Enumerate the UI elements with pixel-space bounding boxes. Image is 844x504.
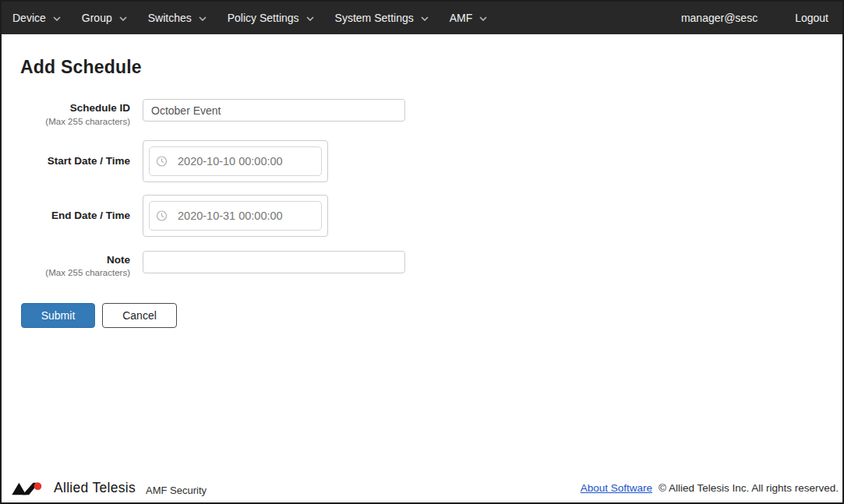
nav-item-label: Switches [148,12,192,24]
note-row: Note (Max 255 characters) [20,251,824,278]
chevron-down-icon [421,16,429,21]
chevron-down-icon [199,16,207,21]
nav-item-label: Device [12,12,46,24]
footer: Allied Telesis AMF Security About Softwa… [2,480,842,502]
product-name: AMF Security [146,485,207,496]
end-datetime-label-group: End Date / Time [20,209,130,223]
start-datetime-box [143,140,328,182]
nav-item-label: AMF [450,12,473,24]
start-datetime-row: Start Date / Time [20,140,824,182]
logged-in-user[interactable]: manager@sesc [681,12,757,24]
end-datetime-input[interactable] [149,201,322,231]
chevron-down-icon [479,16,487,21]
brand-name: Allied Telesis [54,480,136,496]
end-datetime-box [143,195,328,237]
note-hint: (Max 255 characters) [20,268,130,277]
about-software-link[interactable]: About Software [581,482,652,494]
footer-legal-group: About Software © Allied Telesis Inc. All… [581,482,839,494]
schedule-id-label-group: Schedule ID (Max 255 characters) [20,99,130,126]
end-datetime-row: End Date / Time [20,195,824,237]
note-label: Note [20,253,130,267]
cancel-button[interactable]: Cancel [102,303,177,328]
nav-item-label: System Settings [335,12,414,24]
schedule-id-input[interactable] [143,99,405,122]
end-datetime-label: End Date / Time [20,209,130,223]
nav-item-amf[interactable]: AMF [450,12,488,24]
start-datetime-label-group: Start Date / Time [20,154,130,168]
copyright-text: © Allied Telesis Inc. All rights reserve… [659,482,839,494]
start-datetime-label: Start Date / Time [20,154,130,168]
chevron-down-icon [53,16,61,21]
chevron-down-icon [306,16,314,21]
nav-item-switches[interactable]: Switches [148,12,207,24]
top-navbar: Device Group Switches Policy Settings Sy… [2,2,842,34]
allied-telesis-logo-icon [11,481,48,496]
page-title: Add Schedule [20,57,824,78]
schedule-id-hint: (Max 255 characters) [20,117,130,126]
nav-item-group[interactable]: Group [82,12,127,24]
submit-button[interactable]: Submit [21,303,95,328]
nav-item-system-settings[interactable]: System Settings [335,12,429,24]
chevron-down-icon [119,16,127,21]
note-label-group: Note (Max 255 characters) [20,251,130,278]
nav-item-label: Policy Settings [228,12,299,24]
app-window: Device Group Switches Policy Settings Sy… [0,0,844,504]
nav-item-label: Group [82,12,112,24]
start-datetime-input[interactable] [149,146,322,176]
footer-brand-group: Allied Telesis AMF Security [11,480,207,496]
form-actions: Submit Cancel [21,303,824,328]
nav-item-policy-settings[interactable]: Policy Settings [228,12,314,24]
main-content: Add Schedule Schedule ID (Max 255 charac… [2,34,842,480]
schedule-id-label: Schedule ID [20,101,130,115]
logout-button[interactable]: Logout [795,12,828,24]
schedule-id-row: Schedule ID (Max 255 characters) [20,99,824,126]
note-input[interactable] [143,251,405,273]
nav-item-device[interactable]: Device [12,12,61,24]
